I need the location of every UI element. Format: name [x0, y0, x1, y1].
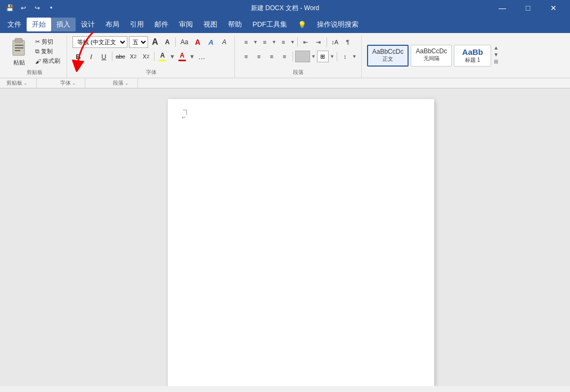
style-no-spacing-preview: AaBbCcDc	[416, 47, 447, 55]
maximize-button[interactable]: □	[516, 0, 540, 16]
clipboard-expand-icon[interactable]: ⌄	[23, 80, 28, 86]
document-cursor	[183, 110, 187, 115]
para-sep1	[297, 37, 298, 47]
separator3	[154, 52, 154, 61]
align-justify-button[interactable]: ≡	[279, 51, 290, 62]
increase-indent-button[interactable]: ⇥	[313, 36, 324, 48]
more-aa-button[interactable]: A	[218, 36, 230, 48]
paragraph-group: ≡ ▼ ≡ ▼ ≡ ▼ ⇤ ⇥ ↕A ¶ ≡ ≡ ≡	[236, 35, 362, 78]
line-spacing-dropdown[interactable]: ▼	[352, 54, 357, 59]
font-format-row: B I U abc X2 X2 A ▼ A	[72, 51, 208, 62]
format-painter-button[interactable]: 🖌 格式刷	[33, 56, 62, 66]
style-normal[interactable]: AaBbCcDc 正文	[367, 45, 409, 67]
highlight-color-button[interactable]: A	[157, 51, 168, 62]
menu-view[interactable]: 视图	[198, 18, 223, 31]
multi-level-dropdown[interactable]: ▼	[290, 39, 295, 45]
border-button[interactable]: ⊞	[317, 51, 329, 62]
menu-pdf[interactable]: PDF工具集	[247, 18, 292, 31]
undo-icon[interactable]: ↩	[18, 3, 29, 13]
document-page[interactable]	[168, 99, 434, 386]
menu-insert[interactable]: 插入	[51, 18, 76, 31]
menu-lightbulb[interactable]: 💡	[292, 19, 312, 31]
subscript-button[interactable]: X2	[127, 51, 139, 62]
cut-button[interactable]: ✂ 剪切	[33, 37, 62, 46]
paragraph-expand-icon[interactable]: ⌄	[125, 80, 129, 86]
styles-more[interactable]: ⊞	[494, 59, 498, 64]
svg-rect-3	[15, 47, 23, 48]
shading-dropdown[interactable]: ▼	[311, 54, 316, 59]
menu-home[interactable]: 开始	[27, 18, 51, 31]
font-top-row: 等线 (中文正文 五号 A A Aa A A A	[72, 36, 230, 48]
clipboard-group: 粘贴 ✂ 剪切 ⧉ 复制 🖌 格式刷 剪贴	[2, 35, 67, 78]
paragraph-label: 段落	[240, 68, 357, 78]
paste-icon	[11, 37, 28, 59]
clipboard-label: 剪贴板	[6, 68, 62, 78]
svg-rect-4	[15, 50, 20, 51]
minimize-button[interactable]: ―	[490, 0, 515, 16]
change-case-button[interactable]: A	[192, 36, 203, 48]
menu-mailings[interactable]: 邮件	[149, 18, 174, 31]
customize-icon[interactable]: •	[46, 3, 56, 13]
highlight-dropdown[interactable]: ▼	[169, 53, 175, 60]
align-right-button[interactable]: ≡	[266, 51, 278, 62]
copy-icon: ⧉	[35, 48, 39, 55]
number-dropdown[interactable]: ▼	[272, 39, 276, 45]
shading-button[interactable]	[295, 51, 310, 62]
menu-layout[interactable]: 布局	[100, 18, 125, 31]
superscript-button[interactable]: X2	[140, 51, 152, 62]
font-grow-button[interactable]: A	[150, 37, 160, 47]
copy-button[interactable]: ⧉ 复制	[33, 47, 62, 56]
style-normal-preview: AaBbCcDc	[372, 48, 404, 55]
align-center-button[interactable]: ≡	[253, 51, 265, 62]
title-bar: 💾 ↩ ↪ • 新建 DOCX 文档 - Word ― □ ✕	[0, 0, 570, 16]
underline-button[interactable]: U	[98, 51, 110, 62]
bullet-dropdown[interactable]: ▼	[253, 39, 258, 45]
font-color-dropdown[interactable]: ▼	[189, 53, 195, 60]
ribbon-labels: 剪贴板 ⌄ 字体 ⌄ 段落 ⌄	[0, 78, 570, 88]
bullet-list-button[interactable]: ≡	[240, 36, 252, 48]
font-color-button[interactable]: A	[176, 51, 188, 62]
styles-scroll-up[interactable]: ▲	[493, 45, 499, 51]
menu-review[interactable]: 审阅	[174, 18, 198, 31]
font-expand-icon[interactable]: ⌄	[72, 80, 76, 86]
style-heading1[interactable]: AaBb 标题 1	[454, 45, 491, 67]
line-spacing-button[interactable]: ↕	[339, 51, 351, 62]
strikethrough-button[interactable]: abc	[115, 51, 126, 62]
style-no-spacing[interactable]: AaBbCcDc 无间隔	[411, 45, 452, 67]
close-button[interactable]: ✕	[541, 0, 566, 16]
menu-search[interactable]: 操作说明搜索	[312, 18, 364, 31]
save-icon[interactable]: 💾	[4, 3, 15, 13]
menu-design[interactable]: 设计	[76, 18, 100, 31]
scissors-icon: ✂	[35, 38, 40, 45]
styles-navigation: ▲ ▼ ⊞	[493, 45, 499, 67]
italic-button[interactable]: I	[85, 51, 97, 62]
redo-icon[interactable]: ↪	[32, 3, 43, 13]
font-shrink-button[interactable]: A	[162, 37, 173, 47]
multi-level-list-button[interactable]: ≡	[278, 36, 289, 48]
clipboard-label-text: 剪贴板	[6, 79, 22, 87]
bold-button[interactable]: B	[72, 51, 84, 62]
align-left-button[interactable]: ≡	[240, 51, 252, 62]
font-label-text: 字体	[60, 79, 71, 87]
title-bar-left: 💾 ↩ ↪ •	[4, 3, 56, 13]
border-dropdown[interactable]: ▼	[330, 54, 335, 59]
menu-file[interactable]: 文件	[2, 18, 27, 31]
sort-button[interactable]: ↕A	[329, 36, 341, 48]
show-marks-button[interactable]: ¶	[342, 36, 354, 48]
document-area[interactable]	[0, 88, 570, 386]
decrease-indent-button[interactable]: ⇤	[300, 36, 312, 48]
number-list-button[interactable]: ≡	[259, 36, 271, 48]
styles-scroll-down[interactable]: ▼	[493, 52, 499, 58]
more-font-button[interactable]: …	[196, 51, 208, 62]
menu-references[interactable]: 引用	[125, 18, 149, 31]
font-size-select[interactable]: 五号	[129, 36, 148, 48]
ribbon: 粘贴 ✂ 剪切 ⧉ 复制 🖌 格式刷 剪贴	[0, 33, 570, 88]
clear-format-button[interactable]: Aa	[178, 36, 190, 48]
font-name-select[interactable]: 等线 (中文正文	[72, 36, 127, 48]
styles-list: AaBbCcDc 正文 AaBbCcDc 无间隔 AaBb 标题 1 ▲	[367, 45, 499, 67]
paste-button[interactable]: 粘贴	[6, 36, 32, 68]
styles-group: AaBbCcDc 正文 AaBbCcDc 无间隔 AaBb 标题 1 ▲	[363, 35, 512, 78]
clipboard-group-content: 粘贴 ✂ 剪切 ⧉ 复制 🖌 格式刷	[6, 36, 62, 68]
text-effects-button[interactable]: A	[205, 36, 217, 48]
menu-help[interactable]: 帮助	[223, 18, 247, 31]
